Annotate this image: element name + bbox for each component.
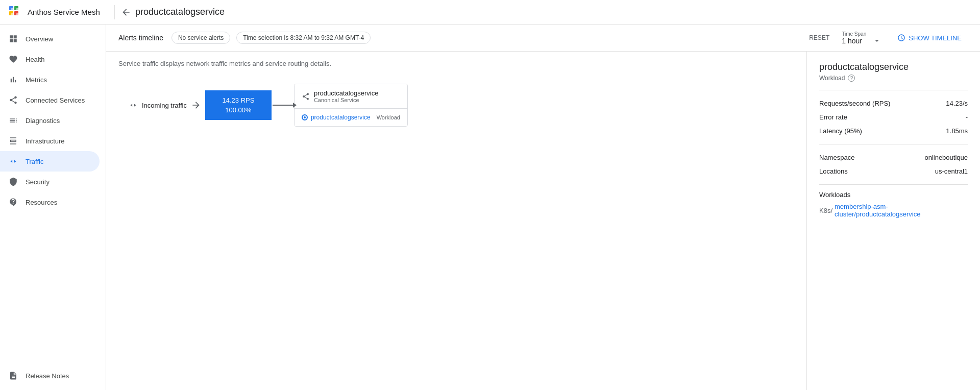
overview-icon	[8, 34, 18, 44]
panel-divider-1	[819, 90, 968, 90]
incoming-arrows-icon	[129, 101, 138, 110]
release-notes-icon	[8, 371, 18, 381]
traffic-rps: 14.23 RPS	[222, 96, 254, 104]
metrics-icon	[8, 75, 18, 85]
k8s-prefix: K8s/	[819, 207, 832, 214]
metric-label-error: Error rate	[819, 113, 847, 121]
svg-rect-5	[16, 8, 18, 10]
workload-dot-inner	[304, 116, 306, 118]
service-name-header: productcatalogservice	[135, 7, 225, 17]
arrow-section	[191, 100, 201, 110]
right-panel: productcatalogservice Workload ? Request…	[806, 52, 980, 390]
workload-sublabel: Workload	[377, 114, 400, 120]
sidebar-label-overview: Overview	[26, 35, 53, 43]
time-span-section: Time Span 1 hour 6 hours 12 hours 24 hou…	[842, 31, 881, 45]
panel-workload-row: Workload ?	[819, 75, 968, 82]
top-bar: Anthos Service Mesh productcatalogservic…	[0, 0, 980, 25]
health-icon	[8, 54, 18, 64]
panel-metric-error: Error rate -	[819, 110, 968, 124]
namespace-value: onlineboutique	[924, 154, 968, 161]
service-card-header: productcatalogservice Canonical Service	[295, 84, 407, 109]
back-button[interactable]	[121, 7, 131, 17]
workloads-section-label: Workloads	[819, 191, 968, 199]
app-name: Anthos Service Mesh	[28, 8, 100, 16]
traffic-main: Service traffic displays network traffic…	[106, 52, 806, 390]
workload-link-text: productcatalogservice	[311, 114, 371, 121]
sidebar-item-metrics[interactable]: Metrics	[0, 69, 100, 90]
traffic-description: Service traffic displays network traffic…	[118, 60, 794, 67]
sidebar-item-traffic[interactable]: Traffic	[0, 151, 100, 172]
traffic-pct: 100.00%	[225, 106, 251, 114]
sidebar-item-release-notes[interactable]: Release Notes	[0, 365, 100, 386]
clock-icon	[897, 34, 905, 42]
service-card-name: productcatalogservice	[314, 89, 378, 97]
time-selection-chip: Time selection is 8:32 AM to 9:32 AM GMT…	[236, 32, 371, 44]
panel-service-name: productcatalogservice	[819, 62, 968, 72]
sidebar-item-connected-services[interactable]: Connected Services	[0, 90, 100, 110]
time-span-select[interactable]: 1 hour 6 hours 12 hours 24 hours	[842, 37, 880, 45]
k8s-workload-link[interactable]: membership-asm-cluster/productcatalogser…	[835, 203, 968, 218]
namespace-label: Namespace	[819, 154, 854, 161]
diagnostics-icon	[8, 115, 18, 126]
app-logo-icon	[8, 5, 22, 19]
metric-label-rps: Requests/second (RPS)	[819, 100, 890, 107]
main-layout: Overview Health Metrics Connected Servic…	[0, 25, 980, 390]
sidebar-item-overview[interactable]: Overview	[0, 29, 100, 49]
sidebar-label-connected-services: Connected Services	[26, 96, 85, 104]
service-card-body: productcatalogservice Workload	[295, 109, 407, 126]
flow-line	[273, 105, 293, 106]
svg-rect-4	[11, 8, 13, 10]
alerts-title: Alerts timeline	[118, 34, 163, 42]
sidebar-label-metrics: Metrics	[26, 76, 47, 84]
incoming-traffic-label: Incoming traffic	[129, 101, 187, 110]
right-arrow-icon	[191, 100, 201, 110]
panel-k8s-row: K8s/ membership-asm-cluster/productcatal…	[819, 199, 968, 222]
sidebar-label-traffic: Traffic	[26, 158, 43, 165]
workload-dot	[302, 114, 308, 120]
metric-label-latency: Latency (95%)	[819, 127, 862, 135]
sidebar-item-diagnostics[interactable]: Diagnostics	[0, 110, 100, 131]
sidebar-item-infrastructure[interactable]: Infrastructure	[0, 131, 100, 151]
sidebar-label-release-notes: Release Notes	[26, 372, 69, 380]
traffic-box[interactable]: 14.23 RPS 100.00%	[205, 90, 272, 120]
locations-label: Locations	[819, 167, 848, 175]
no-alerts-chip: No service alerts	[172, 32, 230, 44]
traffic-diagram: Incoming traffic 14.23 RPS 100.00%	[118, 84, 794, 127]
service-card: productcatalogservice Canonical Service …	[294, 84, 408, 127]
flow-arrowhead	[293, 103, 297, 108]
svg-rect-7	[16, 13, 18, 15]
sidebar-label-security: Security	[26, 178, 50, 186]
metric-value-latency: 1.85ms	[946, 127, 968, 135]
app-logo-section: Anthos Service Mesh	[8, 5, 114, 19]
security-icon	[8, 177, 18, 187]
show-timeline-button[interactable]: SHOW TIMELINE	[891, 31, 968, 45]
reset-button[interactable]: RESET	[809, 34, 829, 41]
resources-icon	[8, 197, 18, 207]
traffic-area: Service traffic displays network traffic…	[106, 52, 980, 390]
service-card-text: productcatalogservice Canonical Service	[314, 89, 378, 103]
sidebar-label-health: Health	[26, 56, 45, 63]
metric-value-rps: 14.23/s	[946, 100, 968, 107]
connected-services-icon	[8, 95, 18, 105]
sidebar-label-diagnostics: Diagnostics	[26, 117, 60, 125]
sidebar-item-security[interactable]: Security	[0, 172, 100, 192]
panel-namespace-row: Namespace onlineboutique	[819, 151, 968, 164]
canonical-service-icon	[302, 92, 310, 101]
sidebar-item-health[interactable]: Health	[0, 49, 100, 69]
alerts-bar: Alerts timeline No service alerts Time s…	[106, 25, 980, 52]
panel-locations-row: Locations us-central1	[819, 164, 968, 178]
svg-rect-6	[11, 13, 13, 15]
help-icon[interactable]: ?	[848, 75, 855, 82]
sidebar: Overview Health Metrics Connected Servic…	[0, 25, 106, 390]
panel-metric-rps: Requests/second (RPS) 14.23/s	[819, 96, 968, 110]
traffic-icon	[8, 156, 18, 166]
infrastructure-icon	[8, 136, 18, 146]
panel-workload-label: Workload	[819, 75, 845, 82]
service-card-subtitle: Canonical Service	[314, 97, 378, 103]
show-timeline-label: SHOW TIMELINE	[909, 34, 962, 42]
workload-link[interactable]: productcatalogservice Workload	[302, 114, 400, 121]
content-area: Alerts timeline No service alerts Time s…	[106, 25, 980, 390]
sidebar-label-resources: Resources	[26, 199, 57, 206]
metric-value-error: -	[966, 113, 968, 121]
sidebar-item-resources[interactable]: Resources	[0, 192, 100, 212]
